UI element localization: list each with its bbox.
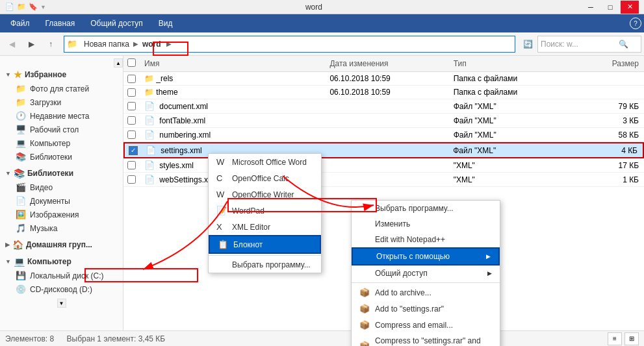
search-input[interactable] <box>541 40 619 49</box>
file-type-rels: Папка с файлами <box>454 74 577 83</box>
menu-home[interactable]: Главная <box>38 16 83 31</box>
close-button[interactable]: ✕ <box>621 1 639 14</box>
computer-icon: 💻 <box>14 256 25 267</box>
sidebar-item-downloads[interactable]: 📁 Загрузки <box>0 95 123 109</box>
homegroup-icon: 🏠 <box>12 240 23 250</box>
view-details-button[interactable]: ≡ <box>608 332 622 345</box>
checkbox-numbering[interactable] <box>127 130 136 139</box>
up-button[interactable]: ↑ <box>42 36 60 53</box>
images-icon: 🖼️ <box>16 210 26 219</box>
ctx-item-oo-calc[interactable]: C OpenOffice Calc <box>209 170 321 186</box>
back-button[interactable]: ◀ <box>3 36 21 53</box>
main-area: ▲ ▼ ★ Избранное 📁 Фото для статей 📁 Загр… <box>0 56 644 330</box>
ctx-item-notepad[interactable]: 📋 Блокнот <box>209 235 321 254</box>
sidebar-computer-header[interactable]: ▼ 💻 Компьютер <box>0 254 123 269</box>
file-area: Имя Дата изменения Тип Размер 📁 _rels 06… <box>123 56 644 330</box>
minimize-button[interactable]: ─ <box>582 1 600 14</box>
ctx-item-open-with[interactable]: Открыть с помощью ▶ <box>352 247 500 266</box>
computer-fav-icon: 💻 <box>16 138 26 148</box>
sidebar-libraries-section: ▼ 📚 Библиотеки 🎬 Видео 📄 Документы 🖼️ Из… <box>0 166 123 235</box>
ctx-item-add-rar[interactable]: 📦 Add to "settings.rar" <box>352 301 500 317</box>
sidebar-item-libraries-fav[interactable]: 📚 Библиотеки <box>0 150 123 164</box>
sidebar-item-desktop[interactable]: 🖥️ Рабочий стол <box>0 123 123 136</box>
menu-share[interactable]: Общий доступ <box>83 16 151 31</box>
checkbox-document[interactable] <box>127 102 136 110</box>
sidebar-scroll-up[interactable]: ▲ <box>114 58 123 68</box>
music-icon: 🎵 <box>16 223 26 233</box>
refresh-button[interactable]: 🔄 <box>519 36 536 53</box>
maximize-button[interactable]: □ <box>601 1 619 14</box>
header-size[interactable]: Размер <box>577 59 644 68</box>
ctx-item-notepadpp[interactable]: Edit with Notepad++ <box>352 232 500 247</box>
sidebar-item-images[interactable]: 🖼️ Изображения <box>0 208 123 221</box>
status-elements: Элементов: 8 Выбран 1 элемент: 3,45 КБ <box>5 334 165 343</box>
menu-file[interactable]: Файл <box>3 16 38 31</box>
libraries-expand-icon: ▼ <box>5 170 11 177</box>
view-tiles-button[interactable]: ⊞ <box>625 332 639 345</box>
ctx-item-oo-writer[interactable]: W OpenOffice Writer <box>209 186 321 203</box>
sidebar-item-photos[interactable]: 📁 Фото для статей <box>0 82 123 95</box>
search-icon[interactable]: 🔍 <box>619 40 628 49</box>
ctx-item-compress-email[interactable]: 📦 Compress and email... <box>352 317 500 333</box>
breadcrumb-root[interactable]: Новая папка <box>80 38 133 50</box>
table-row[interactable]: 📁 theme 06.10.2018 10:59 Папка с файлами <box>123 86 644 99</box>
file-type-numbering: Файл "XML" <box>454 130 577 140</box>
sidebar-scroll-down[interactable]: ▼ <box>57 299 66 308</box>
checkbox-styles[interactable] <box>127 161 136 169</box>
header-date[interactable]: Дата изменения <box>329 59 453 68</box>
sidebar-homegroup-header[interactable]: ▶ 🏠 Домашняя груп... <box>0 238 123 252</box>
checkbox-websettings[interactable] <box>127 175 136 184</box>
ctx-item-xml-editor[interactable]: X XML Editor <box>209 219 321 235</box>
sidebar-item-computer[interactable]: 💻 Компьютер <box>0 136 123 150</box>
ctx-item-add-archive[interactable]: 📦 Add to archive... <box>352 284 500 301</box>
table-row[interactable]: 📄 document.xml Файл "XML" 79 КБ <box>123 99 644 114</box>
header-name[interactable]: Имя <box>142 59 329 68</box>
menu-view[interactable]: Вид <box>151 16 181 31</box>
sidebar-libraries-label: Библиотеки <box>27 169 73 178</box>
sidebar-item-cd[interactable]: 💿 CD-дисковод (D:) <box>0 282 123 296</box>
ctx-item-word[interactable]: W Microsoft Office Word <box>209 154 321 170</box>
sidebar-item-music[interactable]: 🎵 Музыка <box>0 221 123 235</box>
sidebar-item-video[interactable]: 🎬 Видео <box>0 180 123 194</box>
table-row[interactable]: 📄 numbering.xml Файл "XML" 58 КБ <box>123 128 644 142</box>
ctx-item-compress-rar-email[interactable]: 📦 Compress to "settings.rar" and email <box>352 333 500 346</box>
table-row[interactable]: 📄 webSettings.xml "XML" 1 КБ <box>123 173 644 187</box>
checkbox-fonttable[interactable] <box>127 116 136 125</box>
forward-button[interactable]: ▶ <box>22 36 40 53</box>
file-date-rels: 06.10.2018 10:59 <box>329 74 453 83</box>
rar-icon: 📦 <box>359 304 370 314</box>
computer-expand-icon: ▼ <box>5 258 11 265</box>
sidebar-item-documents[interactable]: 📄 Документы <box>0 194 123 208</box>
table-row[interactable]: ✓ 📄 settings.xml Файл "XML" 4 КБ <box>123 142 644 158</box>
checkbox-settings[interactable]: ✓ <box>129 146 138 155</box>
file-name-theme: 📁 theme <box>142 88 329 97</box>
table-row[interactable]: 📄 styles.xml "XML" 17 КБ <box>123 158 644 173</box>
ctx-item-wordpad[interactable]: 📝 WordPad <box>209 203 321 219</box>
sidebar-favorites-header[interactable]: ▼ ★ Избранное <box>0 68 123 82</box>
ctx-item-choose-program[interactable]: Выбрать программу... <box>352 201 500 216</box>
row-check-1[interactable] <box>123 88 142 97</box>
breadcrumb-current[interactable]: word <box>138 38 165 50</box>
title-bar-icon-3: 🔖 <box>29 3 38 11</box>
table-row[interactable]: 📁 _rels 06.10.2018 10:59 Папка с файлами <box>123 72 644 86</box>
sidebar-item-recent[interactable]: 🕐 Недавние места <box>0 109 123 123</box>
sidebar-item-local-disk[interactable]: 💾 Локальный диск (C:) <box>0 269 123 282</box>
row-check-0[interactable] <box>123 75 142 83</box>
ctx-item-share[interactable]: Общий доступ ▶ <box>352 266 500 281</box>
header-type[interactable]: Тип <box>454 59 577 68</box>
window-title: word <box>46 3 582 12</box>
xml-icon-numbering: 📄 <box>144 130 155 140</box>
checkbox-theme[interactable] <box>127 88 136 97</box>
sidebar-homegroup-section: ▶ 🏠 Домашняя груп... <box>0 238 123 252</box>
xml-icon-settings: 📄 <box>146 145 156 155</box>
ctx-item-edit[interactable]: Изменить <box>352 216 500 232</box>
checkbox-rels[interactable] <box>127 75 136 83</box>
select-all-checkbox[interactable] <box>127 58 136 67</box>
ctx-item-choose-program-sub[interactable]: Выбрать программу... <box>209 257 321 273</box>
file-type-websettings: "XML" <box>454 175 577 184</box>
help-button[interactable]: ? <box>630 18 641 29</box>
sidebar-libraries-header[interactable]: ▼ 📚 Библиотеки <box>0 166 123 180</box>
wordpad-icon: 📝 <box>216 206 227 216</box>
table-row[interactable]: 📄 fontTable.xml Файл "XML" 3 КБ <box>123 114 644 128</box>
window-controls: ─ □ ✕ <box>582 1 639 14</box>
